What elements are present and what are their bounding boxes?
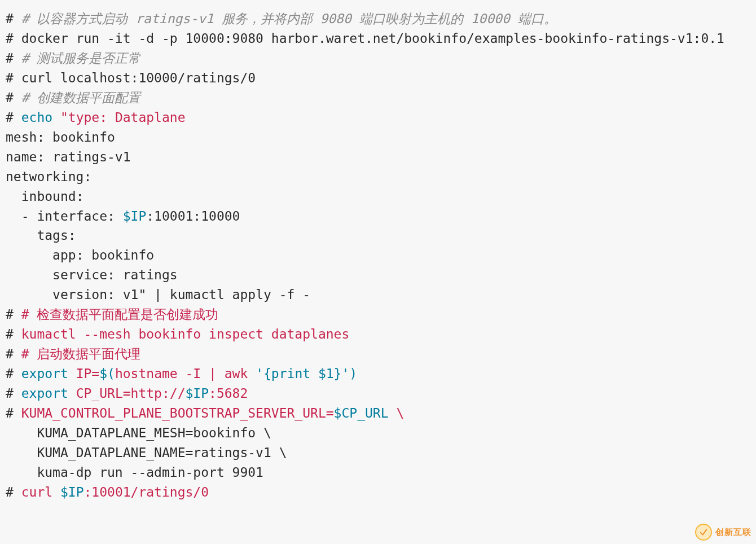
code-token: version: v1" (6, 287, 146, 302)
code-token: $IP (60, 485, 84, 499)
code-token: # (6, 51, 21, 65)
code-token: app: bookinfo (6, 248, 154, 262)
code-token: # 启动数据平面代理 (21, 346, 141, 361)
code-token (52, 110, 60, 125)
code-token: $CP_URL (334, 406, 389, 420)
code-token: networking: (6, 169, 91, 184)
code-token: # 以容器方式启动 ratings-v1 服务，并将内部 9080 端口映射为主… (21, 11, 557, 26)
code-token: # (6, 366, 21, 381)
code-token: hostname -I | awk (115, 366, 256, 381)
code-token: echo (21, 110, 52, 125)
code-token: # (6, 90, 21, 105)
code-token: # (6, 307, 21, 322)
code-token: export (21, 366, 68, 381)
watermark-text: 创新互联 (715, 526, 751, 539)
code-token: | kumactl apply -f - (146, 287, 310, 302)
code-token: "type: Dataplane (60, 110, 186, 125)
code-token: mesh: bookinfo (6, 130, 115, 144)
code-token: curl localhost:10000/ratings/0 (21, 71, 256, 85)
code-token: # (6, 110, 21, 125)
code-token: name: ratings-v1 (6, 150, 131, 164)
code-token: KUMA_CONTROL_PLANE_BOOTSTRAP_SERVER_URL= (21, 406, 334, 420)
code-token: IP= (68, 366, 99, 381)
code-token: # 检查数据平面配置是否创建成功 (21, 307, 219, 322)
code-token: :5682 (209, 386, 248, 401)
code-token: # (6, 71, 21, 85)
code-token: # (6, 346, 21, 361)
code-token: # 测试服务是否正常 (21, 51, 141, 65)
code-token: \ (389, 406, 405, 420)
code-token: '{print $1}' (256, 366, 349, 381)
code-token: :10001/ratings/0 (84, 485, 209, 499)
code-token: :10001:10000 (146, 209, 240, 223)
code-token: KUMA_DATAPLANE_NAME=ratings-v1 \ (6, 445, 287, 460)
code-token: $IP (186, 386, 209, 401)
code-token: # 创建数据平面配置 (21, 90, 141, 105)
code-token: docker run -it -d -p 10000:9080 harbor.w… (21, 31, 724, 46)
code-token: # (6, 31, 21, 46)
code-token: # (6, 485, 21, 499)
code-token: $( (99, 366, 115, 381)
code-token: curl (21, 485, 60, 499)
code-token: - interface: (6, 209, 123, 223)
code-token: # (6, 327, 21, 341)
code-token: inbound: (6, 189, 83, 204)
code-token: KUMA_DATAPLANE_MESH=bookinfo \ (6, 425, 271, 440)
code-token: export (21, 386, 68, 401)
code-token: tags: (6, 228, 76, 243)
code-token: kuma-dp run --admin-port 9901 (6, 465, 263, 480)
code-token: # (6, 386, 21, 401)
code-token: kumactl --mesh bookinfo inspect dataplan… (21, 327, 350, 341)
watermark: 创新互联 (695, 524, 751, 541)
code-token: service: ratings (6, 267, 178, 282)
code-token: CP_URL=http:// (68, 386, 186, 401)
watermark-badge-icon (695, 524, 712, 541)
code-token: # (6, 406, 21, 420)
code-token: ) (349, 366, 357, 381)
code-token: $IP (123, 209, 147, 223)
code-block: # # 以容器方式启动 ratings-v1 服务，并将内部 9080 端口映射… (0, 0, 756, 508)
code-token: # (6, 11, 21, 26)
